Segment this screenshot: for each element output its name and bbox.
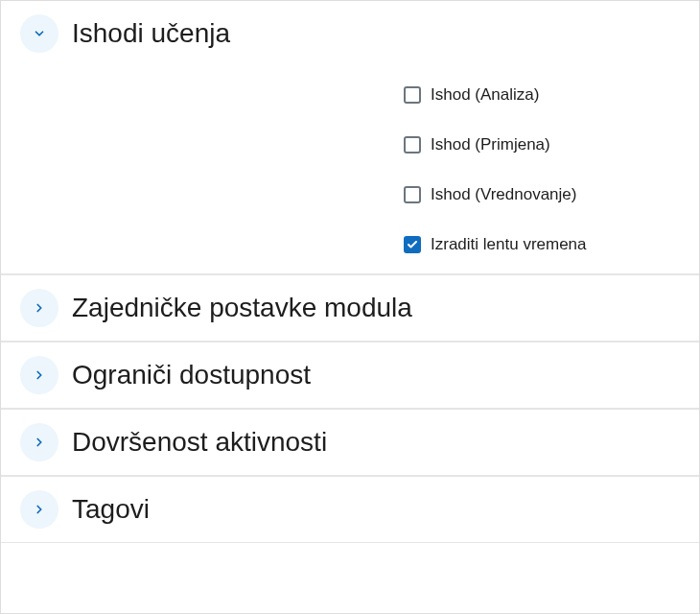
section-activity-completion: Dovršenost aktivnosti <box>1 409 699 476</box>
checkbox-list: Ishod (Analiza) Ishod (Primjena) Ishod (… <box>20 76 680 254</box>
chevron-right-icon <box>33 436 46 449</box>
section-header-activity-completion[interactable]: Dovršenost aktivnosti <box>1 410 699 475</box>
chevron-container <box>20 490 58 529</box>
checkbox-analiza[interactable] <box>404 86 421 104</box>
checkbox-vrednovanje[interactable] <box>404 186 421 203</box>
section-tags: Tagovi <box>1 476 699 543</box>
chevron-down-icon <box>33 27 46 40</box>
checkbox-item-primjena: Ishod (Primjena) <box>404 135 680 154</box>
section-header-restrict-access[interactable]: Ograniči dostupnost <box>1 342 699 408</box>
chevron-right-icon <box>33 368 46 382</box>
section-header-common-module[interactable]: Zajedničke postavke modula <box>1 275 699 341</box>
checkbox-item-analiza: Ishod (Analiza) <box>404 85 680 105</box>
section-outcomes: Ishodi učenja Ishod (Analiza) Ishod (Pri… <box>1 1 699 274</box>
chevron-right-icon <box>33 503 46 516</box>
section-title-outcomes: Ishodi učenja <box>72 18 230 49</box>
checkbox-label-analiza[interactable]: Ishod (Analiza) <box>431 85 539 105</box>
checkbox-label-lenta-vremena[interactable]: Izraditi lentu vremena <box>431 235 587 254</box>
checkbox-item-vrednovanje: Ishod (Vrednovanje) <box>404 185 680 204</box>
section-header-outcomes[interactable]: Ishodi učenja <box>1 1 699 66</box>
section-title-common-module: Zajedničke postavke modula <box>72 293 412 323</box>
chevron-right-icon <box>33 301 46 315</box>
checkbox-item-lenta-vremena: Izraditi lentu vremena <box>404 235 680 254</box>
section-header-tags[interactable]: Tagovi <box>1 477 699 542</box>
checkbox-primjena[interactable] <box>404 136 421 154</box>
section-title-tags: Tagovi <box>72 494 150 525</box>
section-restrict-access: Ograniči dostupnost <box>1 342 699 409</box>
section-content-outcomes: Ishod (Analiza) Ishod (Primjena) Ishod (… <box>1 66 699 273</box>
chevron-container <box>20 356 58 394</box>
chevron-container <box>20 14 58 53</box>
chevron-container <box>20 289 58 327</box>
section-title-activity-completion: Dovršenost aktivnosti <box>72 427 327 458</box>
section-title-restrict-access: Ograniči dostupnost <box>72 360 311 390</box>
section-common-module: Zajedničke postavke modula <box>1 274 699 342</box>
checkbox-lenta-vremena[interactable] <box>404 236 421 253</box>
chevron-container <box>20 423 58 461</box>
checkbox-label-primjena[interactable]: Ishod (Primjena) <box>431 135 550 154</box>
checkbox-label-vrednovanje[interactable]: Ishod (Vrednovanje) <box>431 185 576 204</box>
